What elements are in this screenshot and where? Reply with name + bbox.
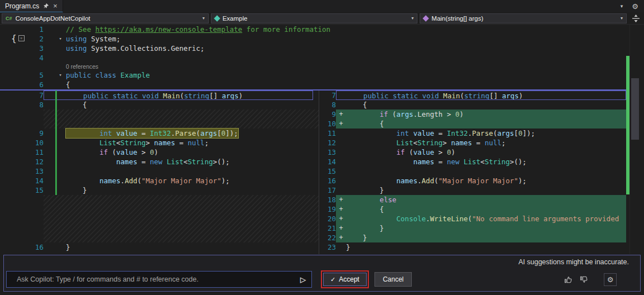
- glyph-margin: [44, 129, 66, 138]
- added-line-plus: +: [336, 223, 346, 233]
- copilot-input[interactable]: [7, 275, 295, 283]
- tab-bar: Program.cs × ▾ ⚙: [0, 0, 644, 12]
- scrollbar-thumb[interactable]: [631, 78, 639, 140]
- code-line-4[interactable]: 4: [7, 53, 626, 63]
- pin-icon[interactable]: [43, 3, 49, 9]
- code-line-16[interactable]: 16 names.Add("Major Major Major");: [319, 176, 626, 185]
- code-line-9[interactable]: 9+ if (args.Length > 0): [319, 110, 626, 119]
- fold-chevron-icon[interactable]: ▾: [44, 34, 66, 44]
- glyph-margin: [44, 119, 66, 129]
- code-line-7[interactable]: 7 public static void Main(string[] args): [319, 91, 626, 100]
- added-line-plus: +: [336, 110, 346, 119]
- line-number: [7, 119, 44, 129]
- code-line-7[interactable]: 7 public static void Main(string[] args): [7, 91, 319, 100]
- chevron-down-icon[interactable]: ▾: [621, 3, 623, 9]
- code-text: }: [66, 242, 70, 252]
- split-editor-handle-icon[interactable]: [629, 15, 642, 22]
- vertical-scrollbar[interactable]: [629, 25, 640, 254]
- project-dropdown[interactable]: C# ConsoleAppDotNetCopilot ▾: [2, 13, 209, 23]
- code-line-19[interactable]: 19+ {: [319, 204, 626, 214]
- glyph-margin: [44, 25, 66, 34]
- code-lens-row[interactable]: 0 references: [7, 63, 626, 70]
- gear-icon[interactable]: ⚙: [632, 2, 638, 11]
- glyph-margin: [336, 157, 346, 166]
- code-line-15[interactable]: 15: [319, 166, 626, 176]
- member-dropdown[interactable]: Main(string[] args) ▾: [420, 13, 627, 23]
- code-line-23[interactable]: 23}: [319, 242, 626, 252]
- glyph-margin: [44, 195, 66, 204]
- diff-filler-row: [7, 223, 319, 233]
- code-text: if (args.Length > 0): [346, 110, 464, 119]
- close-icon[interactable]: ×: [53, 2, 57, 9]
- code-line-21[interactable]: 21+ }: [319, 223, 626, 233]
- line-number: 8: [7, 100, 44, 110]
- code-line-14[interactable]: 14 names = new List<String>();: [319, 157, 626, 166]
- glyph-margin: [44, 110, 66, 119]
- code-text: {: [346, 100, 367, 110]
- code-line-15[interactable]: 15 }: [7, 185, 319, 195]
- ai-disclaimer-text: AI suggestions might be inaccurate.: [518, 258, 629, 266]
- inline-suggestion-margin-icon[interactable]: { ≡: [11, 33, 25, 44]
- code-line-22[interactable]: 22+ }: [319, 233, 626, 242]
- glyph-margin: [44, 204, 66, 214]
- code-text: 0 references: [66, 63, 98, 70]
- accept-button[interactable]: ✓ Accept: [323, 273, 367, 286]
- code-text: }: [346, 242, 350, 252]
- settings-gear-icon[interactable]: ⚙: [604, 273, 617, 286]
- code-text: using System;: [66, 34, 121, 44]
- code-line-17[interactable]: 17 }: [319, 185, 626, 195]
- code-editor: 1// See https://aka.ms/new-console-templ…: [0, 25, 644, 254]
- thumbs-up-icon[interactable]: [564, 275, 573, 284]
- code-line-1[interactable]: 1// See https://aka.ms/new-console-templ…: [7, 25, 626, 34]
- cancel-button[interactable]: Cancel: [374, 272, 412, 287]
- brace-glyph: {: [11, 33, 17, 44]
- type-dropdown[interactable]: Example ▾: [211, 13, 418, 23]
- code-line-6[interactable]: 6{: [7, 80, 626, 89]
- code-line-18[interactable]: 18+ else: [319, 195, 626, 204]
- code-line-8[interactable]: 8 {: [7, 100, 319, 110]
- line-number: 15: [7, 185, 44, 195]
- code-text: public class Example: [66, 70, 150, 80]
- code-line-20[interactable]: 20+ Console.WriteLine("No command line a…: [319, 214, 626, 223]
- code-line-11[interactable]: 11 if (value > 0): [7, 148, 319, 157]
- code-text: else: [346, 195, 396, 204]
- code-line-3[interactable]: 3using System.Collections.Generic;: [7, 44, 626, 53]
- diff-filler-row: [7, 195, 319, 204]
- send-icon[interactable]: ▷: [295, 275, 311, 284]
- glyph-margin: [337, 91, 347, 99]
- change-region-bar: [55, 91, 57, 195]
- fold-chevron-icon[interactable]: ▾: [44, 70, 66, 80]
- glyph-margin: [44, 185, 66, 195]
- added-line-plus: +: [336, 214, 346, 223]
- glyph-margin: [44, 80, 66, 89]
- code-line-13[interactable]: 13 if (value > 0): [319, 148, 626, 157]
- code-line-11[interactable]: 11 int value = Int32.Parse(args[0]);: [319, 129, 626, 138]
- code-line-12[interactable]: 12 List<String> names = null;: [319, 138, 626, 148]
- line-number: 14: [7, 176, 44, 185]
- glyph-margin: [44, 138, 66, 148]
- code-line-13[interactable]: 13: [7, 166, 319, 176]
- code-line-2[interactable]: 2▾using System;: [7, 34, 626, 44]
- thumbs-down-icon[interactable]: [580, 275, 588, 284]
- code-line-12[interactable]: 12 names = new List<String>();: [7, 157, 319, 166]
- doc-glyph: ≡: [18, 35, 25, 41]
- line-number: [7, 214, 44, 223]
- added-line-plus: +: [336, 119, 346, 129]
- code-line-10[interactable]: 10 List<String> names = null;: [7, 138, 319, 148]
- line-number: 10: [7, 138, 44, 148]
- code-text: {: [346, 204, 384, 214]
- code-line-14[interactable]: 14 names.Add("Major Major Major");: [7, 176, 319, 185]
- copilot-action-row: ▷ ✓ Accept Cancel ⚙: [4, 269, 640, 290]
- code-text: List<String> names = null;: [346, 138, 506, 148]
- code-line-9[interactable]: 9 int value = Int32.Parse(args[0]);: [7, 129, 319, 138]
- line-number: 7: [319, 91, 336, 100]
- code-line-8[interactable]: 8 {: [319, 100, 626, 110]
- glyph-margin: [336, 242, 346, 252]
- glyph-margin: [336, 185, 346, 195]
- tab-program-cs[interactable]: Program.cs ×: [0, 0, 63, 12]
- line-number: 3: [7, 44, 44, 53]
- code-line-5[interactable]: 5▾public class Example: [7, 70, 626, 80]
- code-line-10[interactable]: 10+ {: [319, 119, 626, 129]
- code-line-16[interactable]: 16}: [7, 242, 319, 252]
- glyph-margin: [336, 166, 346, 176]
